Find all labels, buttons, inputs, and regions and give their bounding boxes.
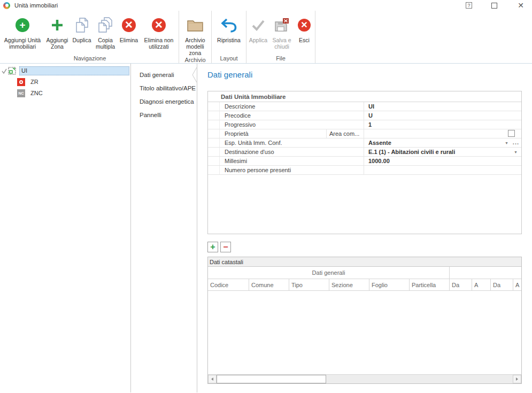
ribbon-group-archivio: Archivio modelli zona Archivio [179, 11, 212, 63]
column-header-comune[interactable]: Comune [249, 279, 289, 290]
tree-item-ui[interactable]: UI [0, 65, 130, 76]
chevron-down-icon[interactable]: ▼ [514, 150, 518, 154]
copy-multi-pages-icon [97, 14, 113, 36]
ribbon-caption-layout: Layout [212, 55, 245, 63]
ripristina-button[interactable]: Ripristina [212, 11, 245, 55]
column-header-a-2[interactable]: A [513, 279, 521, 290]
form-row-proprieta: Proprietà Area com... [208, 129, 521, 138]
tree-item-zr[interactable]: ZR [0, 76, 130, 88]
grid-body-empty[interactable] [208, 291, 521, 374]
ellipsis-button[interactable]: ... [513, 139, 519, 145]
form-row-millesimi: Millesimi 1000.00 [208, 157, 521, 166]
ribbon-group-file: Applica Salva e chiudi ✕ Esci [246, 11, 315, 63]
ribbon-toolbar: + Aggiungi Unità immobiliari Aggiungi Zo… [0, 11, 532, 64]
dati-catastali-grid: Dati catastali Dati generali Codice Comu… [207, 257, 522, 384]
page-title: Dati generali [207, 70, 532, 79]
nav-item-diagnosi-energetica[interactable]: Diagnosi energetica [131, 95, 197, 108]
salva-e-chiudi-button[interactable]: Salva e chiudi [269, 11, 294, 55]
chevron-down-icon[interactable]: ▼ [505, 141, 508, 145]
save-icon [274, 14, 290, 36]
nav-item-dati-generali[interactable]: Dati generali [131, 68, 197, 81]
zone-red-icon [17, 78, 25, 86]
applica-button[interactable]: Applica [247, 11, 269, 55]
form-row-numero-persone: Numero persone presenti [208, 166, 521, 175]
esposizione-dropdown[interactable]: Assente ▼ ... [364, 138, 521, 147]
app-logo-icon [3, 2, 10, 9]
delete-circle-icon: ✕ [152, 18, 166, 32]
scrollbar-track[interactable] [326, 375, 513, 383]
copia-multipla-button[interactable]: Copia multipla [92, 11, 118, 55]
scroll-right-icon[interactable] [513, 375, 521, 383]
scrollbar-thumb[interactable] [217, 375, 326, 383]
elimina-non-utilizzati-button[interactable]: ✕ Elimina non utilizzati [140, 11, 178, 55]
column-header-sezione[interactable]: Sezione [329, 279, 369, 290]
unit-tree-panel: UI ZR NC ZNC [0, 64, 131, 392]
area-comune-label: Area com... [326, 129, 364, 138]
proprieta-field[interactable] [364, 129, 521, 138]
nav-item-pannelli[interactable]: Pannelli [131, 108, 197, 121]
maximize-icon[interactable] [490, 2, 498, 9]
grid-caption: Dati catastali [208, 257, 521, 267]
millesimi-field[interactable]: 1000.00 [364, 157, 521, 165]
main-content: Dati generali Dati Unità Immobiliare Des… [197, 64, 532, 392]
add-circle-icon: + [16, 18, 29, 32]
ribbon-caption-navigazione: Navigazione [2, 55, 178, 63]
form-row-esposizione: Esp. Unità Imm. Conf. Assente ▼ ... [208, 138, 521, 148]
help-icon[interactable]: ? [466, 2, 472, 9]
nav-item-titolo-abilitativo[interactable]: Titolo abilitativo/APE [131, 81, 197, 95]
column-header-foglio[interactable]: Foglio [369, 279, 410, 290]
ribbon-group-navigazione: + Aggiungi Unità immobiliari Aggiungi Zo… [1, 11, 179, 63]
grid-group-header-row: Dati generali [208, 267, 521, 279]
form-row-progressivo: Progressivo 1 [208, 120, 521, 129]
progressivo-field[interactable]: 1 [364, 120, 521, 129]
dati-unita-immobiliare-panel: Dati Unità Immobiliare Descrizione UI Pr… [207, 91, 522, 234]
elimina-button[interactable]: ✕ Elimina [118, 11, 140, 55]
tree-item-label: ZR [28, 78, 129, 87]
form-row-precodice: Precodice U [208, 111, 521, 120]
tree-item-label: UI [19, 66, 129, 75]
column-header-codice[interactable]: Codice [208, 279, 249, 290]
delete-circle-icon: ✕ [122, 18, 136, 32]
esci-button[interactable]: ✕ Esci [294, 11, 314, 55]
column-header-da-2[interactable]: Da [491, 279, 513, 290]
ribbon-group-layout: Ripristina Layout [212, 11, 246, 63]
catastali-row-tools: + − [207, 242, 532, 252]
add-row-button[interactable]: + [207, 242, 218, 252]
archivio-modelli-zona-button[interactable]: Archivio modelli zona [180, 11, 211, 56]
folder-icon [187, 14, 204, 36]
exit-circle-icon: ✕ [298, 19, 311, 32]
column-header-tipo[interactable]: Tipo [289, 279, 329, 290]
destinazione-dropdown[interactable]: E.1 (1) - Abitazioni civili e rurali ▼ [364, 148, 521, 156]
form-row-destinazione: Destinazione d'uso E.1 (1) - Abitazioni … [208, 148, 521, 157]
horizontal-scrollbar[interactable] [208, 374, 521, 383]
add-unita-button[interactable]: + Aggiungi Unità immobiliari [2, 11, 43, 55]
expander-icon[interactable] [2, 68, 8, 74]
area-comune-checkbox[interactable] [508, 130, 515, 137]
column-header-da-1[interactable]: Da [450, 279, 472, 290]
numero-persone-field[interactable] [364, 166, 521, 174]
close-icon[interactable]: ✕ [517, 2, 525, 9]
duplica-button[interactable]: Duplica [71, 11, 92, 55]
floorplan-icon [8, 67, 16, 75]
column-header-particella[interactable]: Particella [410, 279, 450, 290]
add-zona-button[interactable]: Aggiungi Zona [43, 11, 71, 55]
section-nav-panel: Dati generali Titolo abilitativo/APE Dia… [131, 64, 197, 392]
remove-row-button[interactable]: − [220, 242, 231, 252]
grid-column-header-row: Codice Comune Tipo Sezione Foglio Partic… [208, 279, 521, 291]
tree-item-label: ZNC [28, 89, 129, 98]
form-row-descrizione: Descrizione UI [208, 102, 521, 111]
scroll-left-icon[interactable] [208, 375, 217, 383]
ribbon-caption-file: File [247, 55, 314, 63]
zone-nc-icon: NC [17, 89, 25, 97]
tree-item-znc[interactable]: NC ZNC [0, 88, 130, 99]
undo-icon [221, 14, 237, 36]
descrizione-field[interactable]: UI [364, 102, 521, 111]
copy-pages-icon [75, 14, 89, 36]
group-header-dati-generali[interactable]: Dati generali [208, 267, 450, 279]
plus-icon [50, 14, 64, 36]
precodice-field[interactable]: U [364, 111, 521, 120]
column-header-a-1[interactable]: A [472, 279, 491, 290]
titlebar: Unità immobiliari ? ✕ [0, 0, 532, 11]
form-section-title: Dati Unità Immobiliare [208, 91, 521, 102]
window-title: Unità immobiliari [14, 2, 58, 9]
